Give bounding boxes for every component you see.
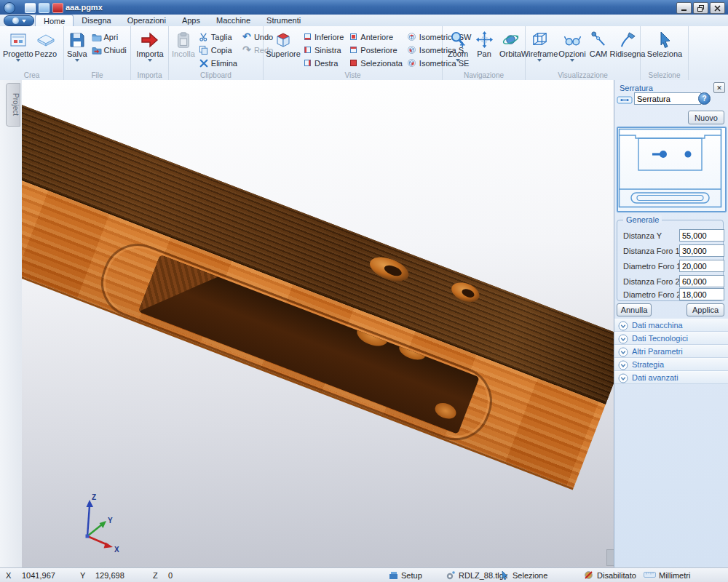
ribbon-group-navigazione: Zoom Pan Orbita Navigazione (443, 26, 526, 80)
chevron-down-icon (618, 321, 628, 332)
importa-button[interactable]: Importa (135, 28, 164, 62)
diametro-foro-2-input[interactable] (679, 288, 724, 300)
viewport-3d[interactable]: Z Y X (22, 80, 614, 567)
close-window-button[interactable] (710, 2, 725, 14)
chevron-down-icon (456, 59, 460, 62)
ruler-icon (644, 570, 656, 581)
section-strategia[interactable]: Strategia (614, 358, 728, 371)
project-icon (9, 30, 27, 49)
section-dati-avanzati[interactable]: Dati avanzati (614, 371, 728, 384)
tab-home[interactable]: Home (35, 15, 74, 27)
distanza-foro-2-input[interactable] (679, 275, 724, 287)
restore-button[interactable] (693, 2, 708, 14)
destra-button[interactable]: Destra (301, 57, 345, 69)
taglia-button[interactable]: Taglia (197, 31, 239, 43)
group-label: Viste (264, 71, 442, 79)
salva-button[interactable]: Salva (66, 28, 88, 62)
applica-button[interactable]: Applica (687, 303, 724, 316)
wireframe-button[interactable]: Wireframe (521, 28, 558, 62)
statusbar-setup[interactable]: Setup (401, 571, 422, 580)
section-dati-tecnologici[interactable]: Dati Tecnologici (614, 332, 728, 345)
elimina-button[interactable]: Elimina (197, 57, 239, 69)
chevron-down-icon (570, 59, 574, 62)
close-icon (714, 5, 721, 12)
zoom-button[interactable]: Zoom (444, 28, 472, 62)
tab-apps[interactable]: Apps (174, 15, 208, 26)
cube-top-view-icon (274, 30, 293, 49)
section-altri-parametri[interactable]: Altri Parametri (614, 345, 728, 358)
copia-button[interactable]: Copia (197, 44, 239, 56)
lock-schematic-icon (617, 95, 633, 106)
application-menu-button[interactable] (4, 15, 34, 26)
tab-operazioni[interactable]: Operazioni (119, 15, 174, 26)
magnifier-icon (449, 30, 467, 49)
anteriore-button[interactable]: Anteriore (347, 31, 404, 43)
annulla-button[interactable]: Annulla (617, 303, 652, 316)
chevron-down-icon (148, 59, 152, 62)
sinistra-button[interactable]: Sinistra (301, 44, 345, 56)
cube-left-view-icon (302, 45, 312, 55)
statusbar-disabilitato[interactable]: Disabilitato (597, 571, 636, 580)
chevron-down-icon (16, 59, 20, 62)
orbita-button[interactable]: Orbita (496, 28, 524, 58)
cube-right-view-icon (302, 58, 312, 68)
y-axis-arrow (100, 521, 107, 528)
title-bar: aaa.pgmx (0, 0, 728, 15)
save-icon (68, 30, 86, 49)
selezionata-button[interactable]: Selezionata (347, 57, 404, 69)
wireframe-cube-icon (531, 30, 549, 49)
group-label: Importa (131, 71, 168, 79)
copy-icon (199, 45, 209, 55)
project-panel-tab[interactable]: Project (6, 83, 20, 127)
coord-x-label: X (6, 571, 11, 580)
keyhole-dot (660, 151, 667, 158)
posteriore-button[interactable]: Posteriore (347, 44, 404, 56)
pan-button[interactable]: Pan (472, 28, 496, 58)
orbit-icon (502, 30, 520, 49)
tab-strumenti[interactable]: Strumenti (258, 15, 309, 26)
opzioni-button[interactable]: Opzioni (558, 28, 587, 62)
progetto-button[interactable]: Progetto (2, 28, 34, 62)
cam-button[interactable]: CAM (587, 28, 610, 58)
quick-new-icon[interactable] (25, 3, 36, 13)
tab-disegna[interactable]: Disegna (74, 15, 119, 26)
ribbon-group-selezione: Seleziona Selezione (641, 26, 689, 80)
group-label: Clipboard (169, 71, 263, 79)
coord-z-value: 0 (168, 571, 173, 580)
statusbar-selezione[interactable]: Selezione (513, 571, 547, 580)
help-icon[interactable]: ? (698, 92, 711, 105)
apri-button[interactable]: Apri (90, 31, 128, 43)
distanza-y-input[interactable] (679, 229, 724, 242)
nuovo-button[interactable]: Nuovo (688, 111, 724, 124)
chiudi-button[interactable]: Chiudi (90, 44, 128, 56)
statusbar-millimetri[interactable]: Millimetri (659, 571, 690, 580)
diametro-foro-1-input[interactable] (679, 260, 724, 272)
setup-icon (389, 570, 398, 581)
group-label: Visualizzazione (526, 71, 640, 79)
hole-dot (685, 151, 692, 158)
ribbon-group-file: Salva Apri Chiudi (64, 26, 131, 80)
distanza-foro-1-input[interactable] (679, 244, 724, 257)
ridisegna-button[interactable]: Ridisegna (610, 28, 645, 58)
superiore-button[interactable]: Superiore (266, 28, 301, 58)
ribbon-tab-row: Home Disegna Operazioni Apps Macchine St… (0, 15, 728, 27)
inferiore-button[interactable]: Inferiore (301, 31, 345, 43)
quick-open-icon[interactable] (39, 3, 50, 13)
ribbon-group-crea: Progetto Pezzo Crea (0, 26, 64, 80)
pezzo-button[interactable]: Pezzo (34, 28, 58, 58)
section-dati-macchina[interactable]: Dati macchina (614, 319, 728, 332)
coord-z-label: Z (153, 571, 158, 580)
quick-import-icon[interactable] (52, 3, 63, 13)
selection-cursor-icon (501, 570, 509, 581)
incolla-button[interactable]: Incolla (171, 28, 196, 58)
seleziona-button[interactable]: Seleziona (644, 28, 685, 58)
tab-macchine[interactable]: Macchine (208, 15, 258, 26)
app-logo-icon[interactable] (4, 2, 15, 14)
minimize-button[interactable] (676, 2, 692, 14)
disabled-icon (584, 570, 593, 581)
field-label: Diametro Foro 1 (623, 262, 681, 271)
panel-close-button[interactable]: ✕ (713, 82, 725, 93)
serratura-name-input[interactable] (634, 92, 701, 105)
redo-icon: ↷ (242, 45, 252, 55)
x-axis-label: X (114, 546, 119, 554)
